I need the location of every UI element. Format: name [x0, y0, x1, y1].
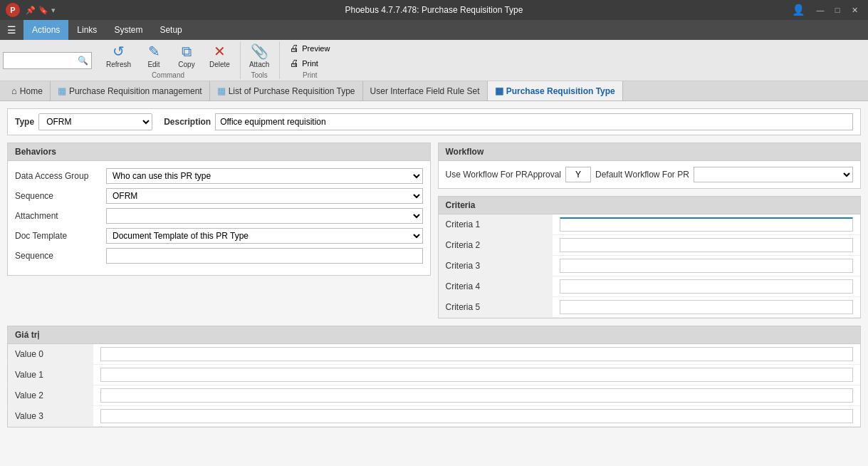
criteria-1-input-cell	[553, 214, 861, 235]
criteria-4-label: Criteria 4	[439, 276, 553, 297]
criteria-table: Criteria 1 Criteria 2 Criteria 3	[439, 214, 861, 318]
hamburger-menu[interactable]: ☰	[0, 20, 23, 40]
preview-button[interactable]: 🖨 Preview	[287, 41, 333, 55]
command-group-label: Command	[152, 71, 184, 79]
menu-actions[interactable]: Actions	[23, 20, 68, 40]
delete-icon: ✕	[214, 44, 226, 58]
value-2-input-cell	[93, 385, 860, 406]
value-0-input[interactable]	[100, 347, 853, 361]
preview-icon: 🖨	[290, 43, 299, 53]
type-select[interactable]: OFRM	[38, 113, 152, 130]
dropdown-icon: ▾	[51, 6, 56, 15]
data-access-group-select[interactable]: Who can use this PR type	[106, 168, 423, 184]
attachment-label: Attachment	[15, 211, 100, 221]
description-input[interactable]: Office equipment requisition	[215, 113, 853, 130]
doc-template-row: Doc Template Document Template of this P…	[15, 228, 423, 244]
criteria-2-input-cell	[553, 235, 861, 256]
edit-icon: ✎	[148, 44, 160, 58]
menu-links[interactable]: Links	[68, 20, 105, 40]
close-button[interactable]: ✕	[847, 3, 862, 17]
criteria-5-input[interactable]	[560, 300, 854, 314]
doc-template-label: Doc Template	[15, 231, 100, 241]
list-pr-icon: ▦	[217, 86, 226, 96]
criteria-3-input-cell	[553, 256, 861, 276]
criteria-5-row: Criteria 5	[439, 297, 861, 318]
criteria-1-label: Criteria 1	[439, 214, 553, 235]
minimize-button[interactable]: —	[812, 3, 828, 17]
copy-label: Copy	[178, 61, 194, 68]
criteria-1-input[interactable]	[560, 217, 854, 232]
bookmark-icon: 🔖	[38, 6, 48, 15]
value-2-label: Value 2	[8, 385, 93, 406]
criteria-header: Criteria	[439, 197, 861, 214]
ribbon-search-input[interactable]	[6, 56, 78, 65]
bc-home-label: Home	[20, 86, 43, 96]
bc-home[interactable]: ⌂ Home	[4, 81, 51, 100]
maximize-button[interactable]: □	[830, 3, 845, 17]
ribbon: 🔍 ↺ Refresh ✎ Edit ⧉ Copy ✕ Delete	[0, 40, 868, 81]
title-bar-left: P 📌 🔖 ▾	[6, 3, 291, 17]
attachment-row: Attachment	[15, 208, 423, 224]
value-0-label: Value 0	[8, 344, 93, 365]
delete-button[interactable]: ✕ Delete	[204, 41, 236, 71]
criteria-3-input[interactable]	[560, 259, 854, 273]
sequence2-row: Sequence	[15, 248, 423, 264]
bc-pr-type-label: Purchase Requisition Type	[506, 86, 615, 96]
value-1-row: Value 1	[8, 365, 860, 385]
default-workflow-label: Default Workflow For PR	[595, 170, 689, 180]
app-logo: P	[6, 3, 20, 17]
sequence-label: Sequence	[15, 191, 100, 201]
window-title: Phoebus 4.7.7.478: Purchase Requisition …	[291, 5, 577, 15]
data-access-group-label: Data Access Group	[15, 171, 100, 181]
copy-button[interactable]: ⧉ Copy	[171, 41, 202, 71]
user-icon: 👤	[792, 4, 805, 16]
print-group: 🖨 Preview 🖨 Print Print	[283, 41, 337, 79]
value-3-input[interactable]	[100, 409, 853, 423]
bc-ui-field-rule-label: User Interface Field Rule Set	[370, 86, 480, 96]
sequence2-input[interactable]	[106, 248, 423, 264]
pr-mgmt-icon: ▦	[58, 86, 66, 96]
print-group-label: Print	[287, 71, 333, 79]
bc-pr-type[interactable]: ▦ Purchase Requisition Type	[488, 81, 623, 100]
menu-setup[interactable]: Setup	[151, 20, 190, 40]
sequence2-label: Sequence	[15, 251, 100, 261]
attachment-select[interactable]	[106, 208, 423, 224]
print-label: Print	[302, 59, 318, 68]
criteria-5-label: Criteria 5	[439, 297, 553, 318]
two-column-layout: Behaviors Data Access Group Who can use …	[7, 143, 861, 326]
value-2-input[interactable]	[100, 388, 853, 403]
pr-type-icon: ▦	[495, 86, 503, 96]
bc-list-pr-type[interactable]: ▦ List of Purchase Requisition Type	[210, 81, 363, 100]
sequence-control: OFRM	[106, 188, 423, 204]
criteria-5-input-cell	[553, 297, 861, 318]
workflow-body: Use Workflow For PRApproval Y Default Wo…	[439, 161, 861, 188]
ribbon-search-container: 🔍	[3, 52, 92, 69]
menu-bar: ☰ Actions Links System Setup	[0, 20, 868, 40]
bc-ui-field-rule[interactable]: User Interface Field Rule Set	[363, 81, 488, 100]
edit-button[interactable]: ✎ Edit	[138, 41, 169, 71]
bc-pr-management[interactable]: ▦ Purchase Requisition management	[51, 81, 210, 100]
type-label: Type	[15, 117, 34, 127]
behaviors-body: Data Access Group Who can use this PR ty…	[8, 161, 430, 275]
win-controls: 👤 — □ ✕	[577, 3, 862, 17]
description-field-row: Description Office equipment requisition	[164, 113, 853, 130]
criteria-3-label: Criteria 3	[439, 256, 553, 276]
default-workflow-select[interactable]	[694, 167, 853, 182]
criteria-4-input[interactable]	[560, 279, 854, 294]
value-1-input[interactable]	[100, 368, 853, 382]
print-icon: 🖨	[290, 58, 299, 68]
command-group: ↺ Refresh ✎ Edit ⧉ Copy ✕ Delete Command	[100, 41, 241, 79]
refresh-label: Refresh	[106, 61, 131, 68]
refresh-button[interactable]: ↺ Refresh	[100, 41, 137, 71]
menu-system[interactable]: System	[105, 20, 151, 40]
value-2-row: Value 2	[8, 385, 860, 406]
print-button[interactable]: 🖨 Print	[287, 56, 333, 70]
data-access-group-control: Who can use this PR type	[106, 168, 423, 184]
preview-label: Preview	[302, 44, 330, 53]
title-bar: P 📌 🔖 ▾ Phoebus 4.7.7.478: Purchase Requ…	[0, 0, 868, 20]
criteria-2-input[interactable]	[560, 238, 854, 252]
doc-template-select[interactable]: Document Template of this PR Type	[106, 228, 423, 244]
workflow-header: Workflow	[439, 143, 861, 161]
attach-button[interactable]: 📎 Attach	[244, 41, 275, 71]
sequence-select[interactable]: OFRM	[106, 188, 423, 204]
